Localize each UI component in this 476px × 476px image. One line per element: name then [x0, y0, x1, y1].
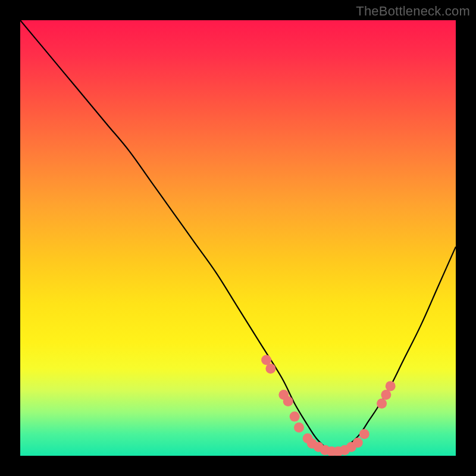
data-point — [283, 396, 293, 406]
data-point — [381, 390, 391, 400]
data-point — [294, 422, 304, 433]
data-point — [377, 399, 387, 409]
scatter-dots — [261, 355, 396, 456]
data-point — [353, 438, 363, 448]
data-point — [261, 355, 271, 365]
chart-svg — [20, 20, 456, 456]
data-point — [359, 429, 369, 439]
chart-container: TheBottleneck.com — [0, 0, 476, 476]
data-point — [386, 381, 396, 391]
data-point — [265, 364, 275, 374]
curve-right — [334, 247, 456, 454]
plot-area — [20, 20, 456, 456]
data-point — [290, 412, 300, 422]
watermark-text: TheBottleneck.com — [356, 4, 470, 19]
curve-left — [20, 20, 334, 453]
